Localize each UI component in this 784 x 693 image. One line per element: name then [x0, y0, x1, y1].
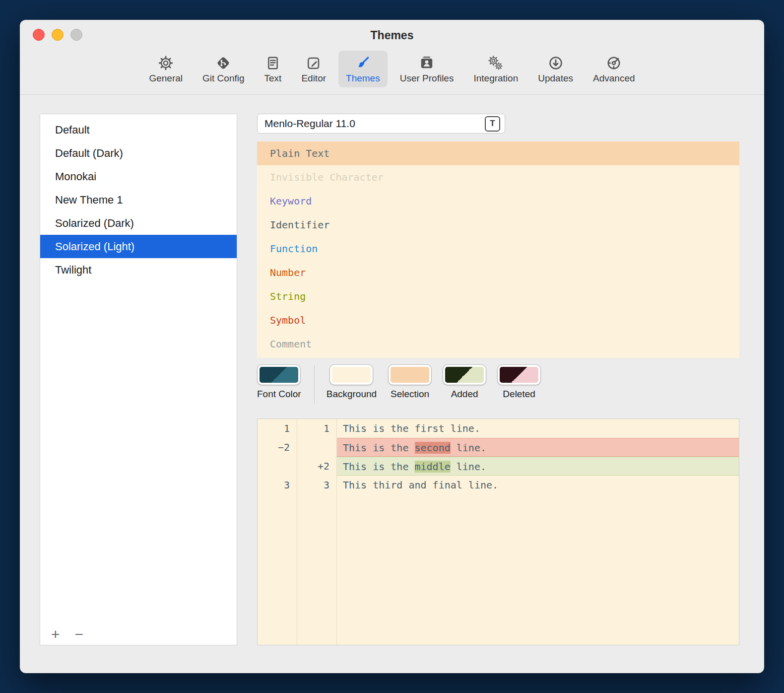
background-swatch-group: Background — [327, 365, 377, 400]
deleted-swatch[interactable] — [498, 365, 540, 385]
toolbar-item-label: Editor — [301, 73, 326, 84]
diff-right-gutter: 3 — [297, 476, 337, 494]
deleted-swatch-group: Deleted — [498, 365, 540, 400]
diff-left-gutter: 3 — [258, 476, 297, 494]
toolbar-item-general[interactable]: General — [141, 51, 190, 87]
swatch-label: Selection — [391, 389, 429, 400]
theme-item-monokai[interactable]: Monokai — [40, 165, 237, 188]
diff-line-3: 3 3 This third and final line. — [258, 476, 739, 494]
zoom-button — [70, 29, 82, 41]
font-value: Menlo-Regular 11.0 — [264, 118, 355, 130]
font-color-swatch[interactable] — [258, 365, 300, 385]
remove-theme-button[interactable]: − — [75, 627, 84, 642]
gear-icon — [158, 55, 174, 71]
text-document-icon — [265, 55, 281, 71]
git-branch-icon — [215, 55, 231, 71]
token-row-function[interactable]: Function — [257, 237, 739, 261]
preferences-toolbar: General Git Config T — [20, 46, 764, 95]
diff-code: This is the first line. — [337, 419, 739, 438]
theme-list-panel: Default Default (Dark) Monokai New Theme… — [40, 114, 237, 645]
toolbar-item-label: Advanced — [593, 73, 635, 84]
background-swatch[interactable] — [330, 365, 373, 385]
token-row-identifier[interactable]: Identifier — [257, 213, 739, 237]
preferences-window: Themes General Git Config — [20, 20, 764, 673]
token-label: Invisible Character — [270, 171, 384, 183]
token-row-invisible-character[interactable]: Invisible Character — [257, 165, 739, 189]
window-title: Themes — [371, 29, 414, 42]
user-card-icon — [419, 55, 435, 71]
background-swatch-fill — [332, 367, 371, 383]
toolbar-item-label: Text — [264, 73, 282, 84]
theme-list-actions: + − — [51, 627, 83, 642]
added-word-highlight: middle — [415, 461, 451, 473]
theme-item-default-dark[interactable]: Default (Dark) — [40, 141, 237, 165]
diff-line-1: 1 1 This is the first line. — [258, 419, 739, 438]
diff-left-gutter: 1 — [258, 419, 297, 438]
diff-code: This third and final line. — [337, 476, 739, 494]
theme-item-default[interactable]: Default — [40, 118, 237, 141]
theme-item-solarized-light[interactable]: Solarized (Light) — [40, 235, 237, 258]
token-row-plain-text[interactable]: Plain Text — [257, 141, 739, 165]
token-row-keyword[interactable]: Keyword — [257, 189, 739, 213]
toolbar-item-updates[interactable]: Updates — [530, 51, 581, 87]
token-row-number[interactable]: Number — [257, 261, 739, 284]
code-text: line. — [451, 461, 486, 473]
advanced-cog-icon — [606, 55, 622, 71]
token-label: Function — [270, 243, 318, 255]
theme-item-twilight[interactable]: Twilight — [40, 258, 237, 281]
font-picker-button[interactable]: T — [485, 116, 500, 132]
diff-code: This is the middle line. — [337, 457, 739, 476]
color-swatches: Font Color Background Selection — [257, 365, 739, 404]
toolbar-item-text[interactable]: Text — [257, 51, 289, 87]
token-row-comment[interactable]: Comment — [257, 332, 739, 356]
content-area: Default Default (Dark) Monokai New Theme… — [20, 95, 764, 673]
diff-right-gutter — [297, 438, 337, 457]
add-theme-button[interactable]: + — [51, 627, 60, 642]
token-row-string[interactable]: String — [257, 284, 739, 308]
download-circle-icon — [548, 55, 564, 71]
swatch-divider — [314, 365, 315, 404]
token-label: Number — [270, 267, 306, 278]
added-swatch-group: Added — [443, 365, 486, 400]
titlebar: Themes — [20, 20, 764, 46]
token-label: String — [270, 290, 306, 302]
theme-list: Default Default (Dark) Monokai New Theme… — [40, 114, 237, 281]
deleted-word-highlight: second — [415, 442, 451, 454]
code-text: line. — [451, 442, 486, 454]
toolbar-item-label: General — [149, 73, 183, 84]
gears-icon — [488, 55, 504, 71]
selection-swatch[interactable] — [389, 365, 431, 385]
swatch-label: Font Color — [257, 389, 301, 400]
token-label: Plain Text — [270, 147, 329, 159]
token-row-symbol[interactable]: Symbol — [257, 308, 739, 332]
diff-right-gutter: +2 — [297, 457, 337, 476]
diff-left-gutter — [258, 494, 297, 645]
toolbar-item-label: User Profiles — [400, 73, 454, 84]
diff-line-deleted: −2 This is the second line. — [258, 438, 739, 457]
toolbar-item-label: Integration — [473, 73, 518, 84]
swatch-label: Background — [327, 389, 377, 400]
diff-line-added: +2 This is the middle line. — [258, 457, 739, 476]
selection-swatch-fill — [391, 367, 429, 383]
theme-editor: Menlo-Regular 11.0 T Plain Text Invisibl… — [257, 114, 739, 645]
font-field[interactable]: Menlo-Regular 11.0 T — [257, 114, 505, 134]
code-text: This is the — [343, 461, 415, 473]
added-swatch[interactable] — [443, 365, 486, 385]
toolbar-item-user-profiles[interactable]: User Profiles — [392, 51, 461, 87]
toolbar-item-git-config[interactable]: Git Config — [195, 51, 252, 87]
theme-item-new-theme-1[interactable]: New Theme 1 — [40, 188, 237, 211]
font-color-swatch-group: Font Color — [257, 365, 301, 400]
theme-item-solarized-dark[interactable]: Solarized (Dark) — [40, 211, 237, 235]
traffic-lights — [33, 29, 82, 41]
code-text: This third and final line. — [343, 479, 498, 491]
toolbar-item-label: Git Config — [202, 73, 244, 84]
toolbar-item-integration[interactable]: Integration — [466, 51, 525, 87]
diff-right-gutter: 1 — [297, 419, 337, 438]
close-button[interactable] — [33, 29, 45, 41]
toolbar-item-advanced[interactable]: Advanced — [586, 51, 643, 87]
toolbar-item-editor[interactable]: Editor — [294, 51, 333, 87]
minimize-button[interactable] — [52, 29, 64, 41]
paint-brush-icon — [355, 55, 371, 71]
toolbar-item-themes[interactable]: Themes — [338, 51, 388, 87]
token-preview: Plain Text Invisible Character Keyword I… — [257, 141, 739, 358]
